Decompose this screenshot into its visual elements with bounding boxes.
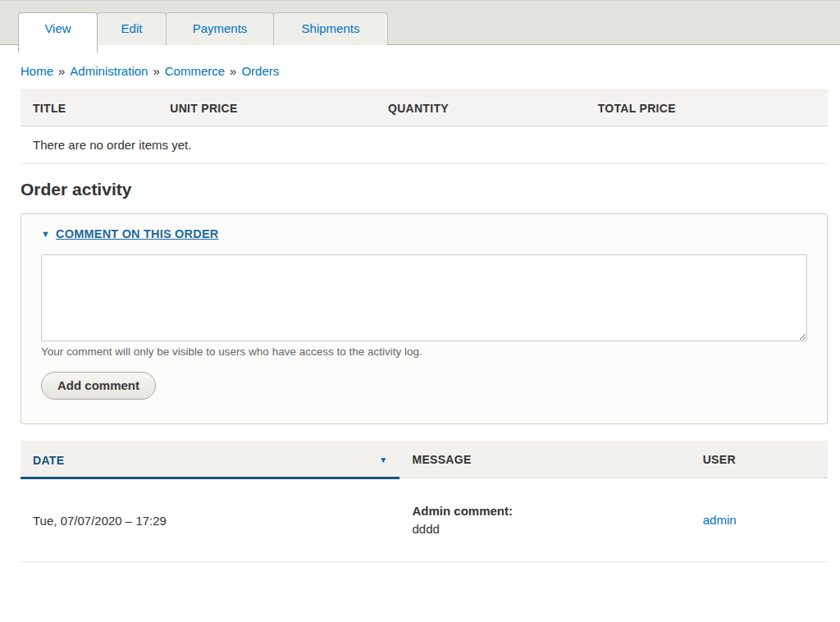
empty-row: There are no order items yet. xyxy=(21,126,828,164)
log-message-body: dddd xyxy=(412,522,678,536)
primary-tabs-bar: View Edit Payments Shipments xyxy=(0,0,840,52)
log-header-row: DATE ▼ MESSAGE USER xyxy=(21,441,828,478)
log-row: Tue, 07/07/2020 – 17:29 Admin comment: d… xyxy=(21,478,828,562)
header-unit-price: UNIT PRICE xyxy=(158,90,376,126)
header-title: TITLE xyxy=(21,90,158,126)
order-activity-heading: Order activity xyxy=(21,180,828,199)
user-link[interactable]: admin xyxy=(703,513,737,527)
log-user-cell: admin xyxy=(691,478,828,562)
header-message: MESSAGE xyxy=(399,441,690,478)
primary-tabs: View Edit Payments Shipments xyxy=(18,12,387,53)
activity-log-table: DATE ▼ MESSAGE USER Tue, 07/07/2020 – 17… xyxy=(21,441,828,562)
log-date-cell: Tue, 07/07/2020 – 17:29 xyxy=(21,478,399,562)
comment-fieldset-toggle-label: COMMENT ON THIS ORDER xyxy=(56,227,218,240)
breadcrumb-separator: » xyxy=(58,64,65,78)
comment-fieldset-toggle[interactable]: ▼COMMENT ON THIS ORDER xyxy=(41,227,218,240)
header-total-price: TOTAL PRICE xyxy=(586,90,828,126)
breadcrumb-link-orders[interactable]: Orders xyxy=(241,64,279,78)
tab-view[interactable]: View xyxy=(18,12,98,53)
comment-description: Your comment will only be visible to use… xyxy=(41,345,807,358)
comment-fieldset: ▼COMMENT ON THIS ORDER Your comment will… xyxy=(21,213,828,424)
breadcrumb-link-administration[interactable]: Administration xyxy=(70,64,148,78)
header-user: USER xyxy=(691,441,828,478)
empty-message: There are no order items yet. xyxy=(21,126,828,164)
order-items-table: TITLE UNIT PRICE QUANTITY TOTAL PRICE Th… xyxy=(21,89,828,164)
header-date-sorted: DATE ▼ xyxy=(21,441,399,478)
breadcrumb-separator: » xyxy=(230,64,236,78)
breadcrumb-link-home[interactable]: Home xyxy=(21,64,53,78)
tab-payments[interactable]: Payments xyxy=(166,12,274,45)
order-items-header-row: TITLE UNIT PRICE QUANTITY TOTAL PRICE xyxy=(21,90,828,126)
header-date-label: DATE xyxy=(33,454,64,467)
sort-desc-icon: ▼ xyxy=(379,455,387,464)
log-message-cell: Admin comment: dddd xyxy=(399,478,690,562)
sort-by-date-link[interactable]: DATE ▼ xyxy=(33,454,387,467)
comment-textarea[interactable] xyxy=(41,254,807,341)
breadcrumb-separator: » xyxy=(153,64,159,78)
chevron-down-icon: ▼ xyxy=(41,229,50,239)
header-quantity: QUANTITY xyxy=(376,90,586,126)
page-content: Home»Administration»Commerce»Orders TITL… xyxy=(0,64,840,562)
log-message-title: Admin comment: xyxy=(412,504,678,518)
breadcrumb: Home»Administration»Commerce»Orders xyxy=(21,64,828,78)
add-comment-button[interactable]: Add comment xyxy=(41,372,156,400)
tab-shipments[interactable]: Shipments xyxy=(273,12,388,45)
tab-edit[interactable]: Edit xyxy=(97,12,167,45)
breadcrumb-link-commerce[interactable]: Commerce xyxy=(165,64,225,78)
